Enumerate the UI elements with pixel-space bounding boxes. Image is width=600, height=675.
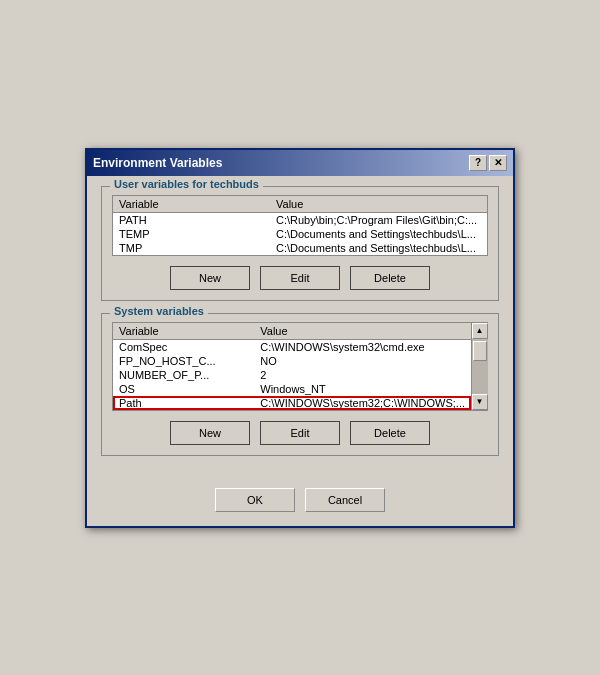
user-variables-group: User variables for techbuds Variable Val…	[101, 186, 499, 301]
table-row[interactable]: TEMPC:\Documents and Settings\techbuds\L…	[113, 227, 488, 241]
title-bar-text: Environment Variables	[93, 156, 222, 170]
system-new-button[interactable]: New	[170, 421, 250, 445]
var-value: C:\WINDOWS\system32;C:\WINDOWS;...	[254, 396, 471, 410]
table-row[interactable]: TMPC:\Documents and Settings\techbuds\L.…	[113, 241, 488, 256]
var-name: TEMP	[113, 227, 271, 241]
var-name: OS	[113, 382, 254, 396]
table-row[interactable]: NUMBER_OF_P...2	[113, 368, 471, 382]
var-value: C:\WINDOWS\system32\cmd.exe	[254, 339, 471, 354]
user-table-header: Variable Value	[113, 195, 488, 212]
help-button[interactable]: ?	[469, 155, 487, 171]
var-value: C:\Documents and Settings\techbuds\L...	[270, 241, 488, 256]
user-new-button[interactable]: New	[170, 266, 250, 290]
user-variables-table: Variable Value PATHC:\Ruby\bin;C:\Progra…	[112, 195, 488, 256]
cancel-button[interactable]: Cancel	[305, 488, 385, 512]
table-row[interactable]: PATHC:\Ruby\bin;C:\Program Files\Git\bin…	[113, 212, 488, 227]
ok-button[interactable]: OK	[215, 488, 295, 512]
sys-vars-body: ComSpecC:\WINDOWS\system32\cmd.exeFP_NO_…	[113, 339, 471, 410]
sys-col-variable: Variable	[113, 323, 254, 340]
var-name: TMP	[113, 241, 271, 256]
scroll-down-button[interactable]: ▼	[472, 394, 488, 410]
var-value: C:\Documents and Settings\techbuds\L...	[270, 227, 488, 241]
title-bar: Environment Variables ? ✕	[87, 150, 513, 176]
system-vars-buttons: New Edit Delete	[112, 421, 488, 445]
user-col-variable: Variable	[113, 195, 271, 212]
var-value: 2	[254, 368, 471, 382]
system-variables-table: Variable Value ComSpecC:\WINDOWS\system3…	[113, 323, 471, 410]
dialog-footer: OK Cancel	[87, 482, 513, 526]
dialog-body: User variables for techbuds Variable Val…	[87, 176, 513, 482]
system-table-header: Variable Value	[113, 323, 471, 340]
table-row[interactable]: OSWindows_NT	[113, 382, 471, 396]
user-delete-button[interactable]: Delete	[350, 266, 430, 290]
scroll-track	[472, 339, 488, 394]
var-value: NO	[254, 354, 471, 368]
sys-col-value: Value	[254, 323, 471, 340]
user-col-value: Value	[270, 195, 488, 212]
scroll-up-button[interactable]: ▲	[472, 323, 488, 339]
table-row[interactable]: FP_NO_HOST_C...NO	[113, 354, 471, 368]
scroll-thumb[interactable]	[473, 341, 487, 361]
user-vars-body: PATHC:\Ruby\bin;C:\Program Files\Git\bin…	[113, 212, 488, 255]
table-row[interactable]: PathC:\WINDOWS\system32;C:\WINDOWS;...	[113, 396, 471, 410]
var-value: Windows_NT	[254, 382, 471, 396]
var-name: PATH	[113, 212, 271, 227]
system-variables-table-wrapper: Variable Value ComSpecC:\WINDOWS\system3…	[112, 322, 488, 411]
dialog-title: Environment Variables	[93, 156, 222, 170]
var-name: NUMBER_OF_P...	[113, 368, 254, 382]
var-value: C:\Ruby\bin;C:\Program Files\Git\bin;C:.…	[270, 212, 488, 227]
user-vars-buttons: New Edit Delete	[112, 266, 488, 290]
var-name: Path	[113, 396, 254, 410]
table-row[interactable]: ComSpecC:\WINDOWS\system32\cmd.exe	[113, 339, 471, 354]
var-name: FP_NO_HOST_C...	[113, 354, 254, 368]
system-delete-button[interactable]: Delete	[350, 421, 430, 445]
system-edit-button[interactable]: Edit	[260, 421, 340, 445]
user-edit-button[interactable]: Edit	[260, 266, 340, 290]
system-variables-label: System variables	[110, 305, 208, 317]
title-bar-buttons: ? ✕	[469, 155, 507, 171]
close-button[interactable]: ✕	[489, 155, 507, 171]
system-variables-group: System variables Variable Value ComSpecC…	[101, 313, 499, 456]
scrollbar[interactable]: ▲ ▼	[471, 323, 487, 410]
var-name: ComSpec	[113, 339, 254, 354]
user-variables-label: User variables for techbuds	[110, 178, 263, 190]
environment-variables-dialog: Environment Variables ? ✕ User variables…	[85, 148, 515, 528]
